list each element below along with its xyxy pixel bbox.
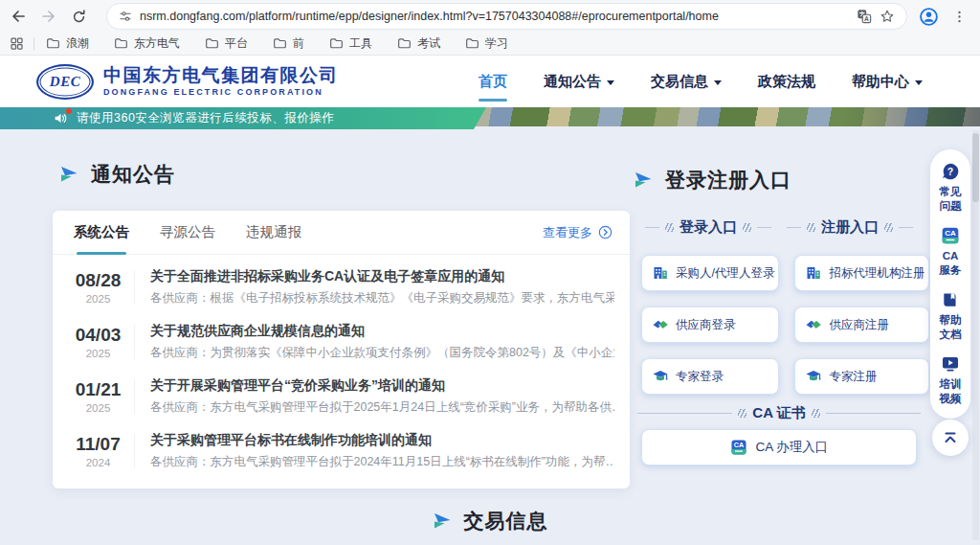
scrollbar-thumb[interactable] [972, 133, 979, 202]
back-button[interactable] [10, 8, 27, 25]
notice-item[interactable]: 08/28 2025 关于全面推进非招标采购业务CA认证及电子签章应用的通知 各… [53, 260, 630, 314]
translate-icon[interactable]: A [857, 9, 872, 24]
bookmark-label: 学习 [485, 35, 508, 52]
entry-button[interactable]: 供应商登录 [641, 307, 779, 343]
bookmark-folder[interactable]: 考试 [397, 35, 440, 52]
notice-date-day: 04/03 [68, 325, 128, 346]
entry-button-label: 采购人/代理人登录 [676, 265, 774, 282]
notice-tab[interactable]: 寻源公告 [160, 211, 215, 254]
ornament-line [787, 227, 801, 228]
rail-item-icon [941, 162, 960, 181]
nav-item[interactable]: 帮助中心 [852, 56, 923, 107]
nav-item-label: 首页 [479, 73, 507, 91]
site-header: DEC 中国东方电气集团有限公司 DONGFANG ELECTRIC CORPO… [0, 56, 980, 107]
tab-label: 系统公告 [74, 223, 129, 241]
trade-info-title: 交易信息 [464, 508, 548, 534]
notice-item[interactable]: 11/07 2024 关于采购管理平台标书在线制作功能培训的通知 各供应商：东方… [53, 423, 630, 478]
entry-button-icon [652, 264, 669, 282]
folder-icon [329, 36, 344, 51]
notice-list: 08/28 2025 关于全面推进非招标采购业务CA认证及电子签章应用的通知 各… [53, 255, 630, 478]
notice-title[interactable]: 关于规范供应商企业规模信息的通知 [150, 323, 614, 340]
notice-date: 04/03 2025 [68, 325, 135, 359]
nav-item-label: 交易信息 [651, 73, 708, 91]
floating-toolbar: 常见问题 CA服务 帮助文档 培训视频 [930, 149, 970, 419]
trade-section-header: 交易信息 [0, 508, 980, 534]
ornament-line [899, 227, 913, 228]
nav-item-label: 政策法规 [758, 73, 815, 91]
notice-title[interactable]: 关于采购管理平台标书在线制作功能培训的通知 [150, 432, 614, 449]
company-logo[interactable]: DEC 中国东方电气集团有限公司 DONGFANG ELECTRIC CORPO… [36, 64, 339, 100]
nav-item[interactable]: 通知公告 [544, 56, 614, 107]
entry-button[interactable]: 采购人/代理人登录 [641, 255, 779, 291]
rail-item[interactable]: CA服务 [930, 226, 970, 278]
folder-icon [397, 36, 412, 51]
browser-window: CA ? [0, 0, 980, 545]
notice-date: 11/07 2024 [68, 434, 135, 468]
rail-item[interactable]: 常见问题 [930, 162, 970, 214]
bookmark-label: 东方电气 [134, 35, 180, 52]
notice-tab[interactable]: 系统公告 [74, 211, 129, 254]
folder-icon [465, 36, 479, 51]
nav-item[interactable]: 交易信息 [651, 56, 722, 107]
bookmark-folder[interactable]: 工具 [329, 35, 372, 52]
forward-button[interactable] [40, 8, 57, 25]
folder-icon [273, 36, 287, 51]
notice-item[interactable]: 04/03 2025 关于规范供应商企业规模信息的通知 各供应商：为贯彻落实《保… [53, 314, 630, 369]
main-nav: 首页 通知公告 交易信息 政策法规 [479, 56, 923, 107]
notice-tab[interactable]: 违规通报 [246, 211, 301, 254]
notice-body: 关于规范供应商企业规模信息的通知 各供应商：为贯彻落实《保障中小企业款项支付条例… [150, 323, 614, 361]
view-more-label: 查看更多 [543, 224, 592, 241]
ornament-slashes [812, 409, 820, 418]
url-text[interactable]: nsrm.dongfang.com/platform/runtime/epp/d… [140, 10, 849, 23]
ornament-line [645, 227, 659, 228]
notice-date-day: 08/28 [68, 270, 128, 291]
ca-entry-button[interactable]: CA 办理入口 [641, 429, 917, 466]
notices-section-header: 通知公告 [59, 161, 175, 188]
notice-title[interactable]: 关于全面推进非招标采购业务CA认证及电子签章应用的通知 [150, 268, 614, 285]
bookmark-star-icon[interactable] [880, 9, 895, 24]
browser-toolbar: nsrm.dongfang.com/platform/runtime/epp/d… [0, 0, 980, 33]
bookmark-folder[interactable]: 平台 [205, 35, 248, 52]
folder-icon [46, 36, 60, 51]
rail-item-label: 培训视频 [938, 377, 963, 406]
rail-item[interactable]: 培训视频 [930, 354, 970, 406]
company-name: 中国东方电气集团有限公司 DONGFANG ELECTRIC CORPORATI… [103, 66, 339, 98]
bookmark-folder[interactable]: 东方电气 [114, 35, 180, 52]
svg-text:A: A [864, 15, 869, 22]
ornament-slashes [743, 223, 751, 232]
notice-item[interactable]: 01/21 2025 关于开展采购管理平台“竞价采购业务”培训的通知 各供应商：… [53, 369, 630, 423]
entry-button[interactable]: 供应商注册 [794, 307, 929, 343]
rail-item[interactable]: 帮助文档 [930, 290, 970, 342]
entry-button[interactable]: 招标代理机构注册 [794, 255, 929, 291]
menu-dots-icon[interactable] [952, 10, 967, 24]
notices-card: 系统公告 寻源公告 违规通报 查看更多 [53, 211, 630, 488]
ca-badge-icon [730, 439, 747, 456]
profile-avatar[interactable] [919, 7, 939, 27]
scrollbar[interactable] [972, 130, 979, 540]
nav-item[interactable]: 首页 [479, 56, 507, 107]
back-to-top-button[interactable] [932, 420, 969, 456]
entry-button[interactable]: 专家注册 [794, 358, 929, 395]
company-name-cn: 中国东方电气集团有限公司 [103, 66, 339, 86]
notice-date: 01/21 2025 [68, 379, 135, 414]
section-arrow-icon [433, 512, 452, 530]
apps-grid-icon[interactable] [10, 36, 24, 51]
ornament-line [826, 413, 921, 414]
site-settings-icon[interactable] [119, 10, 132, 23]
notice-date-year: 2025 [68, 402, 128, 414]
chevron-down-icon [607, 80, 614, 85]
notice-date-day: 11/07 [68, 434, 128, 455]
view-more-link[interactable]: 查看更多 [543, 224, 612, 241]
entry-button[interactable]: 专家登录 [641, 358, 779, 395]
folder-icon [205, 36, 219, 51]
nav-item[interactable]: 政策法规 [758, 56, 815, 107]
notice-title[interactable]: 关于开展采购管理平台“竞价采购业务”培训的通知 [150, 377, 614, 395]
url-bar[interactable]: nsrm.dongfang.com/platform/runtime/epp/d… [106, 3, 907, 30]
notice-summary: 各供应商：根据《电子招标投标系统技术规范》《电子采购交易规范》要求，东方电气采购… [150, 290, 614, 307]
bookmark-folder[interactable]: 浪潮 [46, 35, 89, 52]
login-section-header: 登录注册入口 [634, 167, 791, 193]
bookmark-folder[interactable]: 学习 [465, 35, 508, 52]
reload-button[interactable] [71, 9, 87, 25]
entry-button-icon [805, 264, 822, 282]
bookmark-folder[interactable]: 前 [273, 35, 304, 52]
